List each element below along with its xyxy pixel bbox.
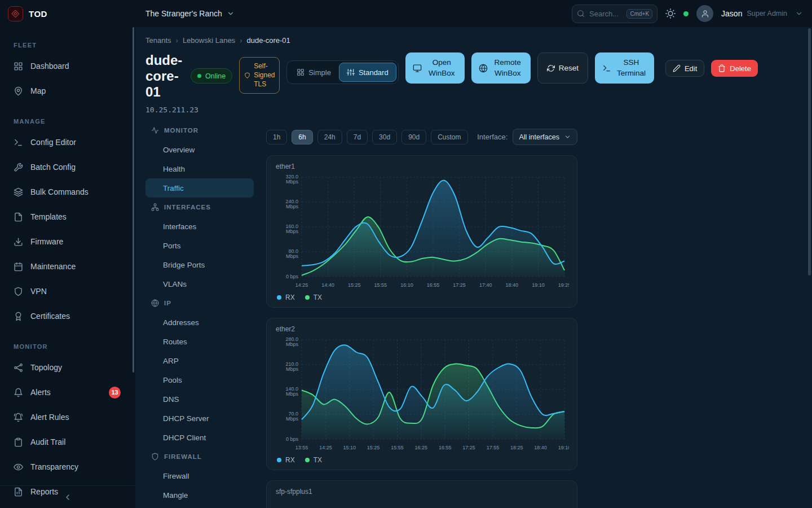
legend-item-tx: TX: [305, 456, 322, 464]
sidebar-item-vpn[interactable]: VPN: [0, 279, 135, 304]
search-input[interactable]: Search... Cmd+K: [572, 5, 657, 23]
refresh-icon: [547, 64, 555, 72]
subnav-item-dns[interactable]: DNS: [145, 389, 254, 409]
svg-text:Mbps: Mbps: [286, 179, 299, 185]
app-logo-icon: [8, 6, 23, 21]
breadcrumb-item[interactable]: Lebowski Lanes: [183, 36, 235, 45]
view-mode-toggle: SimpleStandard: [286, 60, 399, 84]
sidebar-section-label: FLEET: [0, 27, 135, 54]
sidebar-item-label: Maintenance: [30, 262, 76, 271]
breadcrumb-separator-icon: ›: [176, 36, 178, 45]
mode-simple-option[interactable]: Simple: [289, 63, 339, 82]
svg-text:15:25: 15:25: [367, 445, 380, 450]
subnav-item-ports[interactable]: Ports: [145, 236, 254, 255]
sidebar-item-alerts[interactable]: Alerts13: [0, 380, 135, 405]
search-shortcut-badge: Cmd+K: [626, 9, 652, 19]
chart-toolbar: 1h6h24h7d30d90dCustom Interface: All int…: [266, 129, 577, 145]
chart-title: ether2: [276, 325, 568, 333]
sidebar-item-bulk-commands[interactable]: Bulk Commands: [0, 179, 135, 204]
sidebar-item-config-editor[interactable]: Config Editor: [0, 130, 135, 155]
mode-standard-option[interactable]: Standard: [339, 63, 396, 82]
sidebar-scrollbar[interactable]: [133, 27, 134, 373]
range-custom-button[interactable]: Custom: [431, 130, 467, 144]
range-30d-button[interactable]: 30d: [372, 130, 397, 144]
delete-button[interactable]: Delete: [711, 60, 758, 77]
subnav-item-bridge-ports[interactable]: Bridge Ports: [145, 255, 254, 274]
topbar: TOD The Stranger's Ranch Search... Cmd+K…: [0, 0, 812, 27]
sidebar-item-dashboard[interactable]: Dashboard: [0, 54, 135, 78]
avatar[interactable]: [696, 5, 713, 22]
topology-icon: [14, 363, 23, 373]
ssh-terminal-button[interactable]: SSH Terminal: [595, 52, 654, 84]
status-label: Online: [205, 72, 226, 80]
user-menu-chevron-icon[interactable]: [795, 10, 803, 17]
sidebar-item-label: Batch Config: [30, 163, 76, 172]
breadcrumb-item: dude-core-01: [246, 36, 290, 45]
range-6h-button[interactable]: 6h: [292, 130, 312, 144]
svg-text:Mbps: Mbps: [286, 416, 299, 422]
subnav-item-firewall[interactable]: Firewall: [145, 466, 254, 485]
svg-text:14:25: 14:25: [295, 282, 308, 288]
sidebar-item-label: Config Editor: [30, 138, 76, 147]
subnav-item-pools[interactable]: Pools: [145, 370, 254, 389]
monitor-icon: [413, 64, 422, 73]
sidebar-item-label: Alert Rules: [30, 413, 69, 422]
subnav-item-addr-lists[interactable]: Addr Lists: [145, 505, 254, 508]
sidebar-item-topology[interactable]: Topology: [0, 355, 135, 380]
remote-winbox-button[interactable]: Remote WinBox: [471, 52, 531, 84]
subnav-item-mangle[interactable]: Mangle: [145, 485, 254, 505]
content-row: MONITOROverviewHealthTrafficINTERFACESIn…: [145, 121, 812, 508]
sidebar-item-certificates[interactable]: Certificates: [0, 304, 135, 329]
sidebar-item-transparency[interactable]: Transparency: [0, 454, 135, 479]
svg-text:17:55: 17:55: [487, 445, 500, 450]
sidebar-item-firmware[interactable]: Firmware: [0, 229, 135, 254]
sidebar-item-maintenance[interactable]: Maintenance: [0, 254, 135, 279]
globe-icon: [151, 299, 159, 307]
reset-button[interactable]: Reset: [537, 52, 588, 84]
sidebar-item-templates[interactable]: Templates: [0, 204, 135, 229]
range-90d-button[interactable]: 90d: [401, 130, 426, 144]
chart-legend: RXTX: [276, 456, 568, 464]
user-role: Super Admin: [747, 10, 787, 17]
subnav-item-routes[interactable]: Routes: [145, 332, 254, 351]
subnav-item-interfaces[interactable]: Interfaces: [145, 217, 254, 236]
subnav-item-vlans[interactable]: VLANs: [145, 274, 254, 294]
sliders-icon: [347, 68, 355, 76]
svg-text:19:25: 19:25: [558, 282, 569, 288]
theme-toggle-sun-icon[interactable]: [665, 8, 676, 19]
subnav-item-dhcp-client[interactable]: DHCP Client: [145, 428, 254, 447]
alerts-count-badge: 13: [109, 387, 121, 398]
title-column: dude-core-01 10.25.211.23: [145, 52, 184, 114]
calendar-icon: [14, 262, 23, 271]
range-7d-button[interactable]: 7d: [347, 130, 368, 144]
search-icon: [577, 10, 585, 17]
svg-text:15:25: 15:25: [348, 282, 361, 288]
sidebar-item-alert-rules[interactable]: Alert Rules: [0, 405, 135, 430]
subnav-item-dhcp-server[interactable]: DHCP Server: [145, 409, 254, 428]
edit-button[interactable]: Edit: [665, 60, 704, 77]
online-dot-icon: [197, 74, 201, 78]
tenant-selector[interactable]: The Stranger's Ranch: [145, 9, 235, 18]
subnav-item-overview[interactable]: Overview: [145, 140, 254, 159]
traffic-chart: 280.0Mbps210.0Mbps140.0Mbps70.0Mbps0 bps…: [276, 334, 569, 454]
subnav-item-addresses[interactable]: Addresses: [145, 313, 254, 332]
clipboard-icon: [14, 437, 23, 447]
sidebar-item-audit-trail[interactable]: Audit Trail: [0, 430, 135, 454]
sidebar-item-label: Dashboard: [30, 62, 69, 71]
breadcrumb-item[interactable]: Tenants: [145, 36, 171, 45]
sidebar-item-map[interactable]: Map: [0, 78, 135, 103]
interface-select[interactable]: All interfaces: [513, 129, 577, 145]
subnav-item-traffic[interactable]: Traffic: [145, 178, 254, 198]
sidebar-section-label: MONITOR: [0, 329, 135, 355]
device-header: dude-core-01 10.25.211.23 Online Self-Si…: [145, 52, 812, 114]
subnav-item-health[interactable]: Health: [145, 159, 254, 178]
collapse-sidebar-button[interactable]: [63, 493, 72, 502]
sidebar-item-batch-config[interactable]: Batch Config: [0, 155, 135, 179]
badge-icon: [14, 312, 23, 321]
range-24h-button[interactable]: 24h: [317, 130, 342, 144]
open-winbox-button[interactable]: Open WinBox: [405, 52, 465, 84]
subnav-item-arp[interactable]: ARP: [145, 351, 254, 370]
network-icon: [151, 203, 159, 211]
range-1h-button[interactable]: 1h: [266, 130, 287, 144]
main-scrollbar[interactable]: [808, 28, 811, 275]
